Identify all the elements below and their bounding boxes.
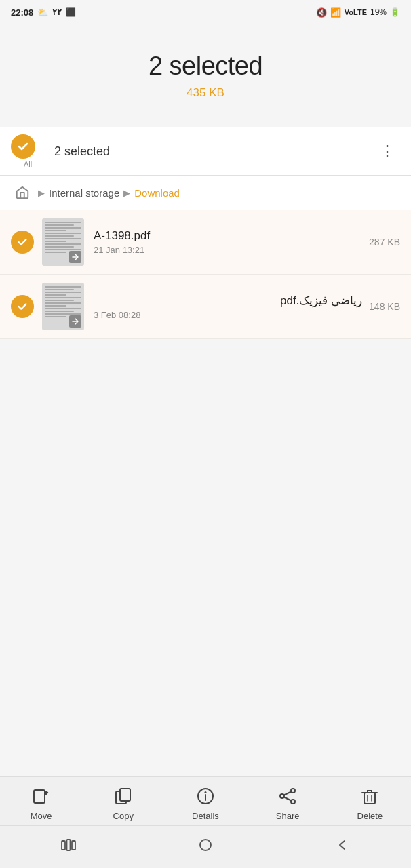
svg-rect-18 bbox=[200, 840, 211, 850]
status-time: 22:08 bbox=[11, 7, 33, 18]
battery-icon: 🔋 bbox=[390, 7, 400, 17]
pdf-corner-icon-1 bbox=[69, 251, 81, 263]
file-2-meta: 3 Feb 08:28 bbox=[94, 310, 362, 320]
svg-rect-15 bbox=[62, 841, 65, 850]
status-left: 22:08 ⛅ ۲۲ ⬛ bbox=[11, 7, 76, 18]
battery-percent: 19% bbox=[370, 7, 387, 17]
move-label: Move bbox=[31, 811, 52, 821]
svg-rect-11 bbox=[364, 793, 375, 804]
share-label: Share bbox=[276, 811, 300, 821]
home-nav-icon bbox=[198, 837, 213, 852]
svg-rect-0 bbox=[34, 790, 45, 803]
details-label: Details bbox=[192, 811, 219, 821]
selection-count-text: 2 selected bbox=[54, 144, 374, 159]
details-icon bbox=[193, 784, 218, 808]
svg-line-9 bbox=[284, 792, 292, 795]
home-nav-button[interactable] bbox=[185, 833, 226, 857]
copy-icon bbox=[111, 784, 136, 808]
more-options-button[interactable]: ⋮ bbox=[374, 140, 400, 163]
selection-bar: All 2 selected ⋮ bbox=[0, 127, 411, 176]
hero-subtitle: 435 KB bbox=[187, 86, 224, 100]
svg-rect-17 bbox=[72, 841, 75, 850]
back-icon bbox=[335, 837, 350, 852]
pdf-corner-icon-2 bbox=[69, 315, 81, 328]
breadcrumb-sep-2: ▶ bbox=[123, 188, 130, 198]
svg-rect-16 bbox=[67, 840, 71, 850]
mute-icon: 🔇 bbox=[316, 7, 327, 18]
file-1-size: 287 KB bbox=[369, 237, 400, 248]
copy-label: Copy bbox=[113, 811, 134, 821]
wifi-icon: 📶 bbox=[330, 7, 341, 18]
file-1-name: A-1398.pdf bbox=[94, 229, 362, 243]
weather-icon: ⛅ bbox=[37, 7, 48, 18]
file-1-thumbnail bbox=[42, 218, 84, 266]
screen-record-icon: ⬛ bbox=[66, 7, 76, 17]
file-2-checkmark-icon bbox=[16, 300, 28, 313]
svg-rect-2 bbox=[120, 789, 130, 801]
move-button[interactable]: Move bbox=[14, 784, 68, 821]
share-icon bbox=[275, 784, 300, 808]
delete-label: Delete bbox=[357, 811, 383, 821]
share-button[interactable]: Share bbox=[260, 784, 315, 821]
file-2-size: 148 KB bbox=[369, 301, 400, 312]
home-icon bbox=[15, 185, 30, 200]
copy-button[interactable]: Copy bbox=[96, 784, 151, 821]
svg-point-6 bbox=[291, 789, 295, 793]
share-svg bbox=[278, 787, 297, 806]
all-label: All bbox=[24, 160, 32, 168]
arrow-icon-2 bbox=[71, 317, 79, 326]
file-2-checkbox[interactable] bbox=[11, 295, 34, 318]
breadcrumb-bar: ▶ Internal storage ▶ Download bbox=[0, 176, 411, 210]
file-2-name: ریاضی فیزیک.pdf bbox=[94, 294, 362, 308]
svg-point-5 bbox=[204, 791, 206, 793]
back-button[interactable] bbox=[322, 833, 363, 857]
file-item-2[interactable]: ریاضی فیزیک.pdf 3 Feb 08:28 148 KB bbox=[0, 275, 411, 339]
file-item-1[interactable]: A-1398.pdf 21 Jan 13:21 287 KB bbox=[0, 210, 411, 275]
file-1-info: A-1398.pdf 21 Jan 13:21 bbox=[94, 229, 362, 255]
arrow-icon-1 bbox=[71, 253, 79, 261]
status-right: 🔇 📶 VoLTE 19% 🔋 bbox=[316, 7, 400, 18]
file-list: A-1398.pdf 21 Jan 13:21 287 KB bbox=[0, 210, 411, 339]
breadcrumb-sep-1: ▶ bbox=[38, 188, 45, 198]
file-1-checkmark-icon bbox=[16, 236, 28, 248]
signal-icon: VoLTE bbox=[345, 8, 367, 16]
checkmark-icon bbox=[16, 140, 30, 153]
file-1-checkbox[interactable] bbox=[11, 231, 34, 254]
empty-space bbox=[0, 339, 411, 776]
file-2-thumbnail bbox=[42, 283, 84, 330]
breadcrumb-current-folder[interactable]: Download bbox=[134, 187, 180, 199]
details-button[interactable]: Details bbox=[178, 784, 233, 821]
select-all-button[interactable]: All bbox=[11, 134, 45, 168]
copy-svg bbox=[114, 787, 133, 806]
delete-svg bbox=[360, 787, 379, 806]
move-svg bbox=[32, 787, 51, 806]
move-icon bbox=[29, 784, 54, 808]
svg-line-10 bbox=[284, 797, 292, 801]
file-1-meta: 21 Jan 13:21 bbox=[94, 245, 362, 255]
bottom-toolbar: Move Copy Details bbox=[0, 776, 411, 825]
details-svg bbox=[196, 787, 215, 806]
file-2-info: ریاضی فیزیک.pdf 3 Feb 08:28 bbox=[94, 294, 362, 320]
delete-icon bbox=[357, 784, 382, 808]
delete-button[interactable]: Delete bbox=[342, 784, 397, 821]
home-button[interactable] bbox=[11, 182, 34, 203]
hero-section: 2 selected 435 KB bbox=[0, 24, 411, 120]
select-all-checkbox[interactable] bbox=[11, 134, 35, 159]
status-bar: 22:08 ⛅ ۲۲ ⬛ 🔇 📶 VoLTE 19% 🔋 bbox=[0, 0, 411, 24]
svg-point-7 bbox=[280, 794, 284, 798]
nav-bar bbox=[0, 825, 411, 868]
recent-apps-button[interactable] bbox=[48, 833, 89, 857]
svg-point-8 bbox=[291, 800, 295, 804]
recent-apps-icon bbox=[60, 838, 77, 852]
breadcrumb-internal-storage[interactable]: Internal storage bbox=[49, 187, 119, 199]
hero-title: 2 selected bbox=[149, 52, 262, 81]
date-num: ۲۲ bbox=[52, 7, 62, 18]
